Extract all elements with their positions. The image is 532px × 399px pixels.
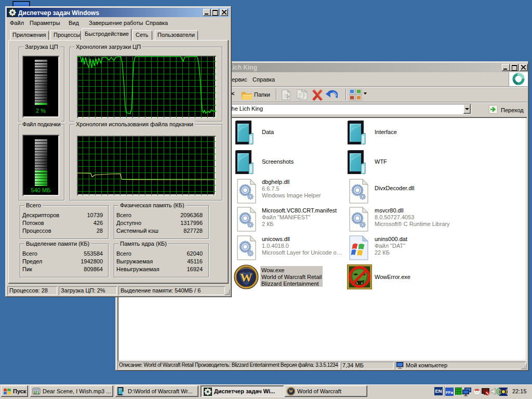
svg-text:321: 321 — [33, 391, 39, 394]
svg-text:FFa: FFa — [446, 390, 454, 395]
